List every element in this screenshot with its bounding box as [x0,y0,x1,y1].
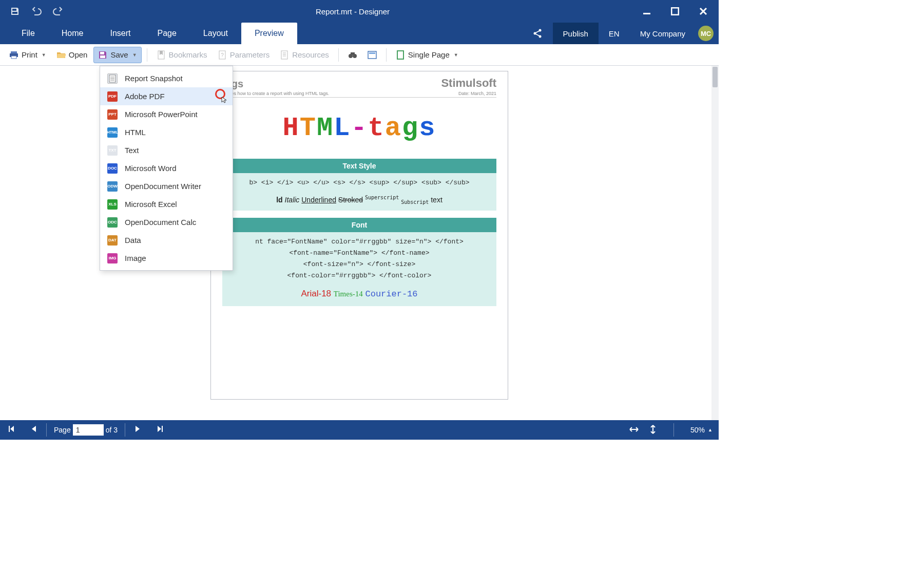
tab-file[interactable]: File [8,23,48,44]
next-page-button[interactable] [132,425,143,435]
section-text-style-codes: b> <i> </i> <u> </u> <s> </s> <sup> </su… [222,173,496,193]
save-menu-item-label: Microsoft Excel [125,200,177,209]
editor-button[interactable] [363,47,381,63]
scrollbar-thumb[interactable] [713,67,718,87]
minimize-icon[interactable] [642,6,652,16]
single-page-label: Single Page [408,50,450,59]
doc-icon: DOC [107,163,118,174]
tab-home[interactable]: Home [48,23,97,44]
bookmarks-label: Bookmarks [169,50,207,59]
avatar[interactable]: MC [698,26,714,41]
tab-layout[interactable]: Layout [190,23,241,44]
status-bar: Page of 3 50% ▲ [0,420,719,440]
report-subtitle-right: Date: March, 2021 [458,91,496,96]
save-button[interactable]: Save ▼ [93,47,141,63]
resources-button: Resources [276,47,333,63]
redo-icon[interactable] [52,6,64,17]
save-menu-item-ppt[interactable]: PPTMicrosoft PowerPoint [100,105,233,123]
save-label: Save [110,50,128,59]
chevron-down-icon: ▼ [42,52,46,58]
save-menu-item-xls[interactable]: XLSMicrosoft Excel [100,195,233,213]
cursor-arrow-icon [221,97,227,105]
xls-icon: XLS [107,199,118,210]
save-menu-item-img[interactable]: IMGImage [100,249,233,267]
save-menu-item-dat[interactable]: DATData [100,231,233,249]
section-text-style-header: Text Style [222,159,496,173]
save-dropdown-menu: Report SnapshotPDFAdobe PDFPPTMicrosoft … [100,66,233,271]
language-button[interactable]: EN [599,23,630,44]
prev-page-button[interactable] [29,425,39,435]
save-menu-item-label: Data [125,236,141,244]
open-button[interactable]: Open [52,47,92,63]
svg-rect-1 [671,8,679,15]
save-menu-item-txt[interactable]: TXTText [100,141,233,159]
page-label: Page [54,426,71,434]
title-bar: Report.mrt - Designer [0,0,719,23]
save-menu-item-pdf[interactable]: PDFAdobe PDF [100,87,233,105]
img-icon: IMG [107,253,118,263]
resources-icon [280,50,289,60]
separator [338,48,339,62]
save-icon [98,50,107,60]
first-page-button[interactable] [6,425,16,435]
chevron-up-icon: ▲ [708,427,713,432]
section-text-style-demo: ld Italic Underlined Stroked Superscript… [222,193,496,210]
report-page: tags Stimulsoft strates how to create a … [210,71,508,400]
fit-height-icon[interactable] [649,424,657,437]
svg-text:?: ? [221,52,224,58]
zoom-button[interactable]: 50% ▲ [690,426,713,434]
separator [147,48,147,62]
separator [46,423,47,437]
bookmark-icon [157,50,166,60]
save-menu-item-snapshot[interactable]: Report Snapshot [100,69,233,87]
ribbon-tabs: File Home Insert Page Layout Preview Pub… [0,23,719,44]
last-page-button[interactable] [155,425,165,435]
save-menu-item-html[interactable]: HTMLHTML [100,123,233,141]
find-button[interactable] [344,47,361,63]
print-button[interactable]: Print ▼ [5,47,50,63]
qat-save-icon[interactable] [9,6,21,17]
save-menu-item-odc[interactable]: ODCOpenDocument Calc [100,213,233,231]
save-menu-item-odw[interactable]: ODWOpenDocument Writer [100,177,233,195]
vertical-scrollbar[interactable] [711,66,719,420]
chevron-down-icon: ▼ [132,52,137,58]
snapshot-icon [107,73,118,84]
txt-icon: TXT [107,145,118,156]
ppt-icon: PPT [107,109,118,120]
separator [386,48,387,62]
company-label[interactable]: My Company [630,23,696,44]
publish-button[interactable]: Publish [553,23,599,44]
save-menu-item-label: Image [125,254,146,262]
page-number-input[interactable] [73,424,104,436]
report-big-title: HTML-tags [222,113,496,143]
folder-open-icon [56,50,66,60]
tab-page[interactable]: Page [144,23,189,44]
resources-label: Resources [292,50,329,59]
svg-rect-7 [11,56,16,59]
share-icon[interactable] [522,23,553,44]
svg-rect-0 [643,13,650,14]
zoom-value: 50% [690,426,705,434]
single-page-button[interactable]: Single Page ▼ [392,47,463,63]
odc-icon: ODC [107,217,118,228]
page-of-label: of 3 [106,426,118,434]
tab-preview[interactable]: Preview [241,23,297,44]
close-icon[interactable] [698,6,708,16]
maximize-icon[interactable] [670,6,680,16]
undo-icon[interactable] [31,6,42,17]
parameters-button: ? Parameters [214,47,274,63]
tab-insert[interactable]: Insert [97,23,144,44]
odw-icon: ODW [107,181,118,192]
html-icon: HTML [107,127,118,138]
fit-width-icon[interactable] [628,425,640,435]
save-menu-item-label: Text [125,146,139,155]
section-font-codes: nt face="FontName" color="#rrggbb" size=… [222,232,496,286]
save-menu-item-doc[interactable]: DOCMicrosoft Word [100,159,233,177]
parameters-label: Parameters [230,50,270,59]
chevron-down-icon: ▼ [454,52,458,58]
svg-rect-8 [100,52,104,54]
svg-rect-13 [281,51,287,59]
section-font-header: Font [222,218,496,232]
svg-rect-21 [369,52,375,54]
separator [673,423,674,437]
